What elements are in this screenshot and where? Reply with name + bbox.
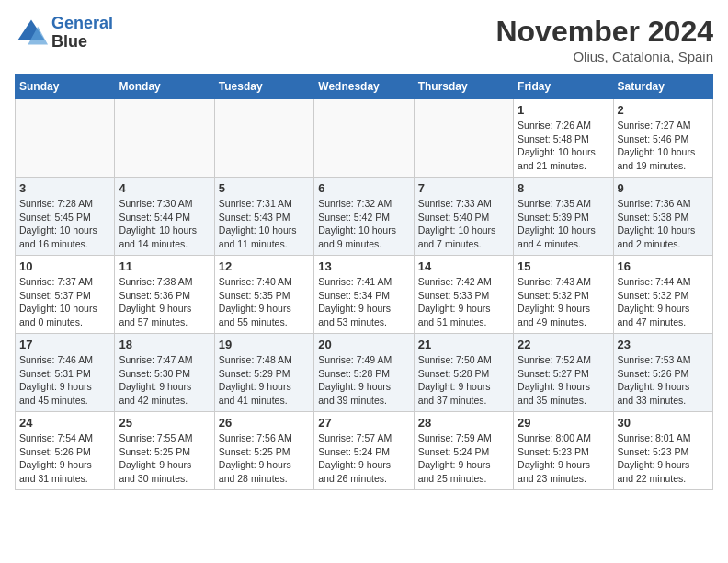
day-info: Sunrise: 7:48 AM Sunset: 5:29 PM Dayligh… xyxy=(219,353,310,408)
calendar-day-cell: 3Sunrise: 7:28 AM Sunset: 5:45 PM Daylig… xyxy=(16,178,115,256)
calendar-day-cell: 1Sunrise: 7:26 AM Sunset: 5:48 PM Daylig… xyxy=(514,99,613,178)
day-info: Sunrise: 7:37 AM Sunset: 5:37 PM Dayligh… xyxy=(19,275,110,329)
calendar-week-row: 1Sunrise: 7:26 AM Sunset: 5:48 PM Daylig… xyxy=(16,99,713,178)
calendar-day-cell: 13Sunrise: 7:41 AM Sunset: 5:34 PM Dayli… xyxy=(314,256,414,334)
calendar-day-cell: 27Sunrise: 7:57 AM Sunset: 5:24 PM Dayli… xyxy=(314,412,414,490)
calendar-day-cell: 30Sunrise: 8:01 AM Sunset: 5:23 PM Dayli… xyxy=(613,412,712,490)
day-number: 2 xyxy=(618,103,709,117)
calendar-day-cell: 28Sunrise: 7:59 AM Sunset: 5:24 PM Dayli… xyxy=(414,412,513,490)
day-info: Sunrise: 8:00 AM Sunset: 5:23 PM Dayligh… xyxy=(518,431,609,486)
calendar-day-cell: 25Sunrise: 7:55 AM Sunset: 5:25 PM Dayli… xyxy=(115,412,214,490)
calendar-week-row: 24Sunrise: 7:54 AM Sunset: 5:26 PM Dayli… xyxy=(16,412,713,490)
day-number: 14 xyxy=(418,259,509,273)
calendar-day-cell: 6Sunrise: 7:32 AM Sunset: 5:42 PM Daylig… xyxy=(314,178,414,256)
day-info: Sunrise: 7:33 AM Sunset: 5:40 PM Dayligh… xyxy=(418,197,509,251)
weekday-header-cell: Saturday xyxy=(613,75,712,99)
day-number: 17 xyxy=(19,338,110,351)
day-number: 23 xyxy=(618,338,709,351)
day-info: Sunrise: 7:56 AM Sunset: 5:25 PM Dayligh… xyxy=(219,431,310,486)
header: General Blue November 2024 Olius, Catalo… xyxy=(15,15,713,64)
calendar-day-cell: 26Sunrise: 7:56 AM Sunset: 5:25 PM Dayli… xyxy=(214,412,313,490)
day-number: 12 xyxy=(219,259,310,273)
day-number: 9 xyxy=(618,181,709,195)
calendar-body: 1Sunrise: 7:26 AM Sunset: 5:48 PM Daylig… xyxy=(16,99,713,490)
day-number: 5 xyxy=(219,181,310,195)
day-info: Sunrise: 7:57 AM Sunset: 5:24 PM Dayligh… xyxy=(318,431,409,486)
day-info: Sunrise: 7:40 AM Sunset: 5:35 PM Dayligh… xyxy=(219,275,310,329)
day-info: Sunrise: 7:31 AM Sunset: 5:43 PM Dayligh… xyxy=(219,197,310,251)
calendar-day-cell: 17Sunrise: 7:46 AM Sunset: 5:31 PM Dayli… xyxy=(16,334,115,412)
day-number: 7 xyxy=(418,181,509,195)
calendar-day-cell: 29Sunrise: 8:00 AM Sunset: 5:23 PM Dayli… xyxy=(514,412,613,490)
weekday-header-cell: Friday xyxy=(514,75,613,99)
day-number: 3 xyxy=(19,181,110,195)
calendar: SundayMondayTuesdayWednesdayThursdayFrid… xyxy=(15,74,713,490)
calendar-day-cell: 22Sunrise: 7:52 AM Sunset: 5:27 PM Dayli… xyxy=(514,334,613,412)
calendar-day-cell: 20Sunrise: 7:49 AM Sunset: 5:28 PM Dayli… xyxy=(314,334,414,412)
day-number: 8 xyxy=(518,181,609,195)
day-info: Sunrise: 7:53 AM Sunset: 5:26 PM Dayligh… xyxy=(618,353,709,408)
calendar-day-cell: 8Sunrise: 7:35 AM Sunset: 5:39 PM Daylig… xyxy=(514,178,613,256)
day-info: Sunrise: 7:38 AM Sunset: 5:36 PM Dayligh… xyxy=(119,275,210,329)
day-number: 13 xyxy=(318,259,409,273)
weekday-header-cell: Sunday xyxy=(16,75,115,99)
location-title: Olius, Catalonia, Spain xyxy=(495,49,713,64)
day-info: Sunrise: 7:32 AM Sunset: 5:42 PM Dayligh… xyxy=(318,197,409,251)
weekday-header: SundayMondayTuesdayWednesdayThursdayFrid… xyxy=(16,75,713,99)
calendar-day-cell: 21Sunrise: 7:50 AM Sunset: 5:28 PM Dayli… xyxy=(414,334,513,412)
day-info: Sunrise: 7:44 AM Sunset: 5:32 PM Dayligh… xyxy=(618,275,709,329)
day-number: 4 xyxy=(119,181,210,195)
month-title: November 2024 xyxy=(495,15,713,49)
day-info: Sunrise: 7:26 AM Sunset: 5:48 PM Dayligh… xyxy=(518,119,609,173)
day-number: 30 xyxy=(618,416,709,430)
day-info: Sunrise: 7:41 AM Sunset: 5:34 PM Dayligh… xyxy=(318,275,409,329)
day-info: Sunrise: 7:43 AM Sunset: 5:32 PM Dayligh… xyxy=(518,275,609,329)
calendar-day-cell: 16Sunrise: 7:44 AM Sunset: 5:32 PM Dayli… xyxy=(613,256,712,334)
calendar-day-cell xyxy=(414,99,513,178)
calendar-day-cell: 9Sunrise: 7:36 AM Sunset: 5:38 PM Daylig… xyxy=(613,178,712,256)
day-info: Sunrise: 7:52 AM Sunset: 5:27 PM Dayligh… xyxy=(518,353,609,408)
day-number: 20 xyxy=(318,338,409,351)
day-info: Sunrise: 7:35 AM Sunset: 5:39 PM Dayligh… xyxy=(518,197,609,251)
calendar-day-cell: 19Sunrise: 7:48 AM Sunset: 5:29 PM Dayli… xyxy=(214,334,313,412)
day-info: Sunrise: 7:42 AM Sunset: 5:33 PM Dayligh… xyxy=(418,275,509,329)
day-number: 10 xyxy=(19,259,110,273)
calendar-day-cell: 18Sunrise: 7:47 AM Sunset: 5:30 PM Dayli… xyxy=(115,334,214,412)
day-info: Sunrise: 8:01 AM Sunset: 5:23 PM Dayligh… xyxy=(618,431,709,486)
logo-icon xyxy=(15,17,48,50)
day-number: 29 xyxy=(518,416,609,430)
calendar-day-cell: 5Sunrise: 7:31 AM Sunset: 5:43 PM Daylig… xyxy=(214,178,313,256)
day-info: Sunrise: 7:27 AM Sunset: 5:46 PM Dayligh… xyxy=(618,119,709,173)
day-info: Sunrise: 7:47 AM Sunset: 5:30 PM Dayligh… xyxy=(119,353,210,408)
day-number: 28 xyxy=(418,416,509,430)
day-number: 1 xyxy=(518,103,609,117)
logo: General Blue xyxy=(15,15,113,52)
day-info: Sunrise: 7:50 AM Sunset: 5:28 PM Dayligh… xyxy=(418,353,509,408)
day-number: 16 xyxy=(618,259,709,273)
weekday-header-cell: Tuesday xyxy=(214,75,313,99)
day-number: 21 xyxy=(418,338,509,351)
calendar-day-cell: 23Sunrise: 7:53 AM Sunset: 5:26 PM Dayli… xyxy=(613,334,712,412)
calendar-day-cell xyxy=(115,99,214,178)
day-number: 18 xyxy=(119,338,210,351)
logo-text: General Blue xyxy=(51,15,113,52)
day-info: Sunrise: 7:54 AM Sunset: 5:26 PM Dayligh… xyxy=(19,431,110,486)
day-number: 6 xyxy=(318,181,409,195)
day-info: Sunrise: 7:55 AM Sunset: 5:25 PM Dayligh… xyxy=(119,431,210,486)
day-number: 22 xyxy=(518,338,609,351)
day-info: Sunrise: 7:30 AM Sunset: 5:44 PM Dayligh… xyxy=(119,197,210,251)
calendar-day-cell xyxy=(16,99,115,178)
calendar-day-cell: 4Sunrise: 7:30 AM Sunset: 5:44 PM Daylig… xyxy=(115,178,214,256)
calendar-day-cell: 7Sunrise: 7:33 AM Sunset: 5:40 PM Daylig… xyxy=(414,178,513,256)
weekday-header-cell: Wednesday xyxy=(314,75,414,99)
day-number: 25 xyxy=(119,416,210,430)
day-number: 26 xyxy=(219,416,310,430)
calendar-day-cell: 24Sunrise: 7:54 AM Sunset: 5:26 PM Dayli… xyxy=(16,412,115,490)
day-number: 19 xyxy=(219,338,310,351)
day-number: 11 xyxy=(119,259,210,273)
day-number: 24 xyxy=(19,416,110,430)
calendar-day-cell: 14Sunrise: 7:42 AM Sunset: 5:33 PM Dayli… xyxy=(414,256,513,334)
title-area: November 2024 Olius, Catalonia, Spain xyxy=(495,15,713,64)
calendar-day-cell xyxy=(314,99,414,178)
calendar-day-cell: 2Sunrise: 7:27 AM Sunset: 5:46 PM Daylig… xyxy=(613,99,712,178)
